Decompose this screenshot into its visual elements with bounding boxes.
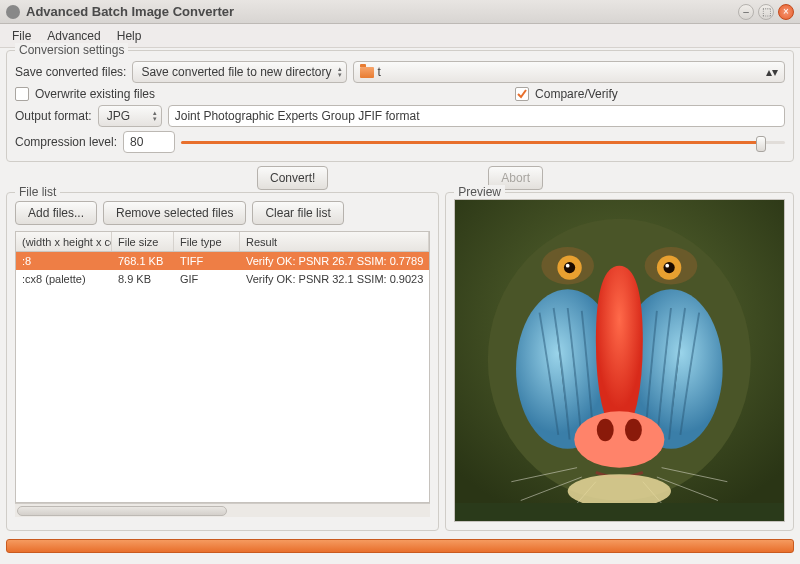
overwrite-label: Overwrite existing files [35,87,155,101]
compression-value-input[interactable]: 80 [123,131,175,153]
dropdown-spinner-icon: ▴▾ [153,110,157,122]
preview-image [454,199,785,522]
svg-point-7 [625,419,642,442]
save-mode-dropdown[interactable]: Save converted file to new directory ▴▾ [132,61,346,83]
progress-bar [6,539,794,553]
scrollbar-thumb[interactable] [17,506,227,516]
preview-legend: Preview [454,185,505,199]
file-table[interactable]: (width x height x col File size File typ… [15,231,430,503]
dropdown-spinner-icon: ▴▾ [338,66,342,78]
svg-point-12 [564,262,575,273]
output-format-label: Output format: [15,109,92,123]
minimize-button[interactable]: – [738,4,754,20]
svg-point-6 [597,419,614,442]
file-list-group: File list Add files... Remove selected f… [6,192,439,531]
cell-size: 768.1 KB [112,255,174,267]
svg-point-13 [664,262,675,273]
output-format-description: Joint Photographic Experts Group JFIF fo… [168,105,785,127]
window-title: Advanced Batch Image Converter [26,4,734,19]
col-dimensions[interactable]: (width x height x col [16,232,112,251]
table-header: (width x height x col File size File typ… [16,232,429,252]
conversion-settings-group: Conversion settings Save converted files… [6,50,794,162]
clear-files-button[interactable]: Clear file list [252,201,343,225]
close-button[interactable]: × [778,4,794,20]
svg-point-5 [575,411,665,467]
cell-size: 8.9 KB [112,273,174,285]
output-format-dropdown[interactable]: JPG ▴▾ [98,105,162,127]
save-path-dropdown[interactable]: t ▴▾ [353,61,785,83]
overwrite-checkbox[interactable] [15,87,29,101]
col-size[interactable]: File size [112,232,174,251]
col-type[interactable]: File type [174,232,240,251]
table-row[interactable]: :8768.1 KBTIFFVerify OK: PSNR 26.7 SSIM:… [16,252,429,270]
cell-type: GIF [174,273,240,285]
maximize-button[interactable]: ⬚ [758,4,774,20]
conversion-settings-legend: Conversion settings [15,43,128,57]
svg-point-15 [666,264,670,268]
title-bar: Advanced Batch Image Converter – ⬚ × [0,0,800,24]
dropdown-spinner-icon: ▴▾ [766,65,778,79]
overwrite-checkbox-wrap[interactable]: Overwrite existing files [15,87,155,101]
cell-result: Verify OK: PSNR 32.1 SSIM: 0.9023 [240,273,429,285]
save-mode-value: Save converted file to new directory [141,65,331,79]
compare-checkbox[interactable] [515,87,529,101]
compression-slider[interactable] [181,135,785,149]
col-result[interactable]: Result [240,232,429,251]
compare-checkbox-wrap[interactable]: Compare/Verify [515,87,618,101]
add-files-button[interactable]: Add files... [15,201,97,225]
horizontal-scrollbar[interactable] [15,503,430,517]
folder-icon [360,67,374,78]
preview-group: Preview [445,192,794,531]
svg-point-14 [566,264,570,268]
cell-dims: :cx8 (palette) [16,273,112,285]
cell-dims: :8 [16,255,112,267]
remove-files-button[interactable]: Remove selected files [103,201,246,225]
save-files-label: Save converted files: [15,65,126,79]
table-row[interactable]: :cx8 (palette)8.9 KBGIFVerify OK: PSNR 3… [16,270,429,288]
save-path-value: t [378,65,381,79]
cell-result: Verify OK: PSNR 26.7 SSIM: 0.7789 [240,255,429,267]
convert-button[interactable]: Convert! [257,166,328,190]
app-icon [6,5,20,19]
cell-type: TIFF [174,255,240,267]
file-list-legend: File list [15,185,60,199]
compare-label: Compare/Verify [535,87,618,101]
compression-label: Compression level: [15,135,117,149]
slider-thumb[interactable] [756,136,766,152]
output-format-value: JPG [107,109,130,123]
